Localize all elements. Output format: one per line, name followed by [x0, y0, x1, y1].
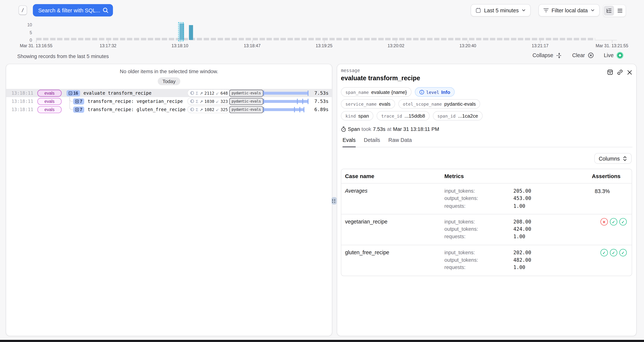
duration-bar: [263, 90, 308, 96]
evals-table-row[interactable]: gluten_free_recipe input_tokens:202.00 o…: [342, 245, 632, 276]
histogram-bar[interactable]: [189, 25, 193, 40]
token-stats-pill[interactable]: Σ ↗ 1082 ↙ 325: [187, 106, 231, 113]
x-tick-label: Mar 31. 13:16:55: [20, 43, 52, 48]
day-separator[interactable]: Today: [158, 77, 180, 85]
attribute-key: span_name: [346, 89, 369, 94]
close-panel-button[interactable]: [627, 69, 632, 75]
metric-label: output_tokens:: [444, 256, 513, 264]
otel-scope-tag: pydantic-evals: [229, 89, 263, 96]
open-in-view-button[interactable]: [607, 69, 613, 75]
trace-row[interactable]: 13:18:11 evals 7 transform_recipe: veget…: [6, 97, 332, 105]
expand-children-badge[interactable]: 7: [73, 106, 84, 113]
timeline-histogram: 10 5 0 Mar 31. 13:16:55 13:17:32 13:18:1…: [0, 21, 644, 50]
empty-bins-baseline: [36, 38, 595, 40]
view-mode-toggle: [603, 5, 626, 17]
chevron-down-icon: [522, 8, 526, 12]
filter-icon: [544, 8, 549, 13]
attribute-key: otel_scope_name: [403, 101, 442, 106]
x-tick-label: 13:21:17: [532, 43, 548, 48]
minus-square-icon: [68, 91, 72, 95]
x-tick-label: 13:20:40: [459, 43, 476, 48]
trace-row[interactable]: 13:18:11 evals 7 transform_recipe: glute…: [6, 105, 332, 113]
expand-children-badge[interactable]: 7: [73, 98, 84, 104]
assertions-percentage: 83.3%: [592, 188, 610, 194]
tokens-out-arrow-icon: ↙: [216, 107, 219, 112]
tab-evals[interactable]: Evals: [342, 137, 356, 147]
x-tick-label: 13:19:25: [316, 43, 332, 48]
header-assertions: Assertions: [592, 173, 632, 179]
level-pill[interactable]: level Info: [414, 87, 455, 97]
collapse-label: Collapse: [532, 52, 554, 58]
tokens-in-arrow-icon: ↗: [200, 99, 203, 103]
tokens-in-value: 1030: [204, 99, 214, 103]
tokens-in-value: 1082: [204, 107, 214, 112]
panel-expand-icon: [607, 69, 613, 75]
search-button[interactable]: Search & filter with SQL...: [33, 4, 113, 17]
token-stats-pill[interactable]: Σ ↗ 1030 ↙ 323: [187, 97, 231, 105]
tokens-out-value: 325: [220, 107, 228, 112]
x-tick-label: Mar 31. 13:21:55: [596, 43, 628, 48]
attribute-key: trace_id: [381, 113, 402, 118]
list-view-button[interactable]: [615, 6, 625, 16]
tokens-coin-icon: [190, 99, 194, 103]
info-icon: [419, 89, 424, 94]
service-name-pill: evals: [38, 89, 62, 96]
evals-table-row[interactable]: Averages input_tokens:205.00 output_toke…: [342, 183, 632, 214]
time-range-button[interactable]: Last 5 minutes: [471, 4, 531, 17]
child-count: 7: [80, 99, 82, 104]
metric-label: requests:: [444, 202, 513, 210]
assertions-icons: ✕✓✓: [592, 218, 632, 226]
x-axis-tick: [252, 40, 253, 43]
collapse-children-badge[interactable]: 16: [66, 90, 80, 96]
x-axis-tick: [540, 40, 540, 43]
x-axis-tick: [468, 40, 468, 43]
metrics-cell: input_tokens:208.00 output_tokens:424.00…: [444, 218, 592, 241]
window-bottom-edge: [0, 340, 644, 342]
tree-view-button[interactable]: [604, 6, 614, 16]
metric-value: 1.00: [513, 233, 525, 241]
attribute-pill[interactable]: trace_id ...15ddb8: [377, 111, 430, 121]
clear-button[interactable]: Clear: [572, 52, 594, 58]
collapse-button[interactable]: Collapse: [532, 52, 562, 58]
attribute-key: service_name: [346, 101, 376, 106]
copy-link-button[interactable]: [617, 69, 623, 75]
stopwatch-icon: [341, 126, 346, 132]
live-toggle[interactable]: Live: [604, 52, 623, 59]
panel-resize-handle[interactable]: [331, 197, 337, 205]
columns-button[interactable]: Columns: [594, 153, 632, 164]
attribute-pill[interactable]: service_name evals: [341, 99, 395, 109]
attribute-value: ...1ca2ce: [458, 113, 478, 119]
search-icon: [103, 8, 108, 13]
attribute-pill[interactable]: span_id ...1ca2ce: [433, 111, 483, 121]
attribute-value: pydantic-evals: [444, 101, 476, 107]
tokens-out-value: 648: [220, 91, 228, 95]
metric-label: input_tokens:: [444, 249, 513, 256]
metric-value: 1.00: [513, 264, 525, 271]
filter-local-data-button[interactable]: Filter local data: [538, 4, 600, 17]
assertions-icons: ✓✓✓: [592, 249, 632, 256]
assertion-pass-icon: ✓: [619, 249, 627, 256]
clear-circle-x-icon: [588, 52, 594, 58]
evals-table-row[interactable]: vegetarian_recipe input_tokens:208.00 ou…: [342, 214, 632, 245]
tab-details[interactable]: Details: [364, 137, 380, 147]
y-tick-label: 5: [23, 30, 32, 35]
attribute-pill[interactable]: kind span: [341, 111, 374, 121]
span-timing-line: Span took 7.53s at Mar 31 13:18:11 PM: [341, 126, 632, 132]
tokens-in-arrow-icon: ↗: [200, 107, 203, 112]
x-axis-tick: [324, 40, 324, 43]
showing-records-text: Showing records from the last 5 minutes: [17, 54, 109, 59]
metric-value: 202.00: [513, 249, 531, 256]
assertion-pass-icon: ✓: [610, 249, 617, 256]
tab-raw-data[interactable]: Raw Data: [388, 137, 412, 147]
trace-row[interactable]: 13:18:11 evals 16 evaluate transform_rec…: [6, 89, 332, 97]
timing-word: took: [362, 126, 371, 132]
span-title: evaluate transform_recipe: [341, 75, 420, 82]
list-view-icon: [617, 8, 623, 13]
x-axis-tick: [108, 40, 109, 43]
plus-square-icon: [75, 107, 79, 111]
metric-label: requests:: [444, 233, 513, 241]
attribute-pill[interactable]: span_name evaluate {name}: [341, 87, 411, 97]
attribute-pill[interactable]: otel_scope_name pydantic-evals: [398, 99, 480, 109]
live-indicator-icon: [616, 52, 623, 59]
token-stats-pill[interactable]: Σ ↗ 2112 ↙ 648: [187, 89, 231, 97]
